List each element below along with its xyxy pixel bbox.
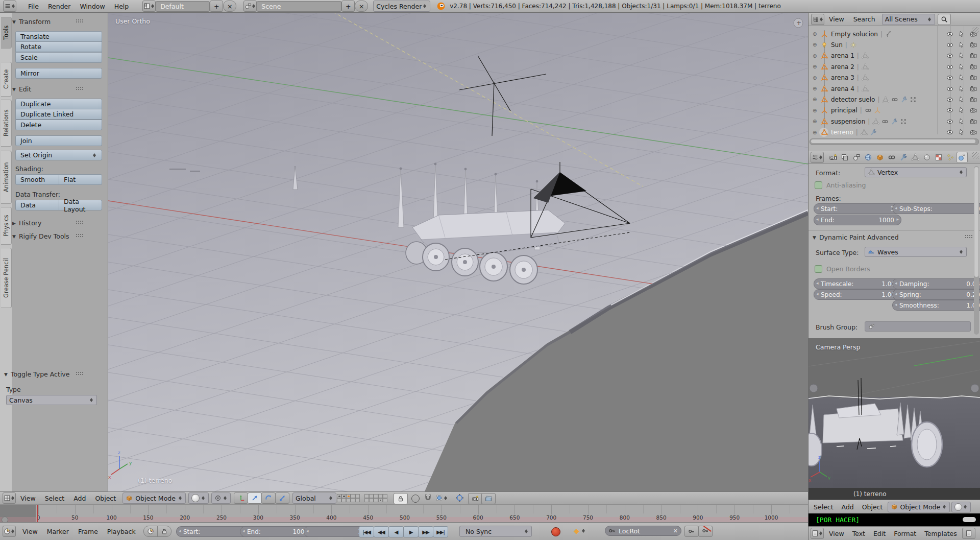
tool-shelf-tab-physics[interactable]: Physics — [1, 207, 12, 245]
properties-tab-physics[interactable] — [957, 152, 968, 163]
layer-cell[interactable] — [374, 494, 378, 498]
checkbox-icon[interactable] — [815, 265, 822, 273]
object-name[interactable]: suspension — [831, 118, 865, 125]
menu-item[interactable]: Text — [848, 527, 869, 540]
current-frame-marker[interactable] — [37, 505, 38, 522]
editor-type-3dview-button[interactable] — [3, 492, 16, 504]
visibility-eye-icon[interactable] — [946, 63, 953, 71]
renderable-camera-icon[interactable] — [970, 107, 977, 114]
screen-layout-icon-button[interactable] — [142, 1, 156, 12]
pivot-center-dropdown[interactable] — [211, 492, 231, 504]
visibility-eye-icon[interactable] — [946, 74, 953, 81]
tool-shelf-tab-tools[interactable]: Tools — [1, 17, 12, 49]
camera-preview-viewport[interactable]: z y x Camera Persp — [808, 338, 980, 488]
layer-cell[interactable] — [378, 494, 383, 498]
delete-button[interactable]: Delete — [15, 120, 102, 130]
outliner-item-terreno[interactable]: ⊕terreno| — [808, 127, 980, 138]
menu-item[interactable]: Object — [90, 492, 120, 504]
dynamic-paint-panel-header[interactable]: ▼ Dynamic Paint Advanced — [813, 233, 899, 241]
decrement-arrow-icon[interactable]: ◂ — [179, 528, 181, 533]
panel-grip-icon[interactable] — [76, 371, 83, 375]
keying-set-field[interactable]: LocRot ✕ — [605, 526, 681, 536]
shade-smooth-button[interactable]: Smooth — [15, 174, 59, 185]
layer-cell[interactable] — [346, 494, 351, 498]
visibility-eye-icon[interactable] — [946, 85, 953, 92]
properties-tab-world[interactable] — [863, 152, 874, 163]
dp-end-field[interactable]: ◂End:1000▸ — [814, 215, 901, 225]
editor-type-outliner-button[interactable] — [811, 14, 824, 25]
menu-item[interactable]: Select — [810, 500, 838, 513]
panel-grip-icon[interactable] — [76, 86, 83, 90]
decrement-arrow-icon[interactable]: ◂ — [306, 528, 309, 533]
menu-item[interactable]: File — [23, 0, 43, 12]
visibility-eye-icon[interactable] — [946, 31, 953, 38]
object-name[interactable]: Sun — [831, 41, 843, 49]
menu-item[interactable]: Select — [40, 492, 69, 504]
translate-manipulator-button[interactable] — [248, 492, 262, 504]
proportional-edit-icon[interactable] — [411, 495, 420, 503]
tool-shelf-tab-relations[interactable]: Relations — [1, 100, 12, 147]
decrement-arrow-icon[interactable]: ◂ — [242, 528, 245, 533]
clear-keyingset-icon[interactable]: ✕ — [673, 528, 678, 534]
text-editor-content[interactable]: [POR HACER] — [816, 516, 860, 524]
data-transfer-data-button[interactable]: Data — [15, 200, 59, 210]
playback-button[interactable]: ▶▶| — [433, 526, 448, 537]
layer-cell[interactable] — [383, 494, 387, 498]
expand-icon[interactable]: ⊕ — [813, 53, 820, 59]
properties-tab-sceneball[interactable] — [851, 152, 862, 163]
playback-button[interactable]: ◀ — [388, 526, 404, 537]
duplicate-button[interactable]: Duplicate — [15, 99, 102, 109]
menu-item[interactable]: View — [824, 13, 849, 26]
editor-type-timeline-button[interactable] — [3, 526, 16, 537]
layers-group-1[interactable] — [337, 494, 360, 502]
timeline-ruler[interactable]: 0501001502002503003504004505005506006507… — [0, 504, 808, 522]
ruler-knob[interactable] — [2, 516, 8, 522]
visibility-eye-icon[interactable] — [946, 52, 953, 59]
lock-to-scene-button[interactable] — [394, 493, 408, 504]
menu-item[interactable]: Templates — [920, 527, 961, 540]
selectable-cursor-icon[interactable] — [958, 118, 965, 125]
transform-panel-header[interactable]: ▼ Transform — [12, 18, 51, 26]
outliner-item-arena-1[interactable]: ⊕arena 1| — [808, 51, 980, 61]
menu-item[interactable]: Playback — [103, 523, 140, 540]
menu-item[interactable]: View — [18, 523, 42, 540]
expand-icon[interactable]: ⊕ — [813, 86, 820, 91]
properties-tab-rendercam[interactable] — [827, 152, 839, 163]
visibility-eye-icon[interactable] — [946, 107, 953, 114]
object-name[interactable]: arena 4 — [831, 85, 854, 92]
layer-cell[interactable] — [337, 498, 341, 502]
expand-region-button[interactable] — [810, 384, 818, 392]
open-borders-checkbox-row[interactable]: Open Borders — [815, 265, 870, 273]
panel-grip-icon[interactable] — [965, 234, 972, 239]
layer-cell[interactable] — [369, 494, 374, 498]
snap-center-button[interactable] — [455, 494, 464, 504]
join-button[interactable]: Join — [15, 135, 102, 146]
layer-cell[interactable] — [369, 498, 374, 502]
layer-cell[interactable] — [364, 498, 369, 502]
renderable-camera-icon[interactable] — [970, 41, 977, 49]
renderable-camera-icon[interactable] — [970, 74, 977, 81]
visibility-eye-icon[interactable] — [946, 41, 953, 49]
visibility-eye-icon[interactable] — [946, 96, 953, 103]
selectable-cursor-icon[interactable] — [958, 107, 965, 114]
props-vscrollbar-thumb[interactable] — [974, 167, 978, 277]
duplicate-linked-button[interactable]: Duplicate Linked — [15, 109, 102, 120]
speed-field[interactable]: ◂Speed:1.00▸ — [814, 289, 902, 300]
panel-grip-icon[interactable] — [76, 220, 83, 224]
selectable-cursor-icon[interactable] — [958, 63, 965, 71]
corner-resize-grip[interactable] — [972, 27, 979, 34]
opengl-render-anim-button[interactable] — [481, 493, 496, 504]
expand-icon[interactable]: ⊕ — [813, 31, 820, 37]
object-name[interactable]: detector suelo — [831, 96, 875, 103]
selectable-cursor-icon[interactable] — [958, 74, 965, 81]
edit-panel-header[interactable]: ▼ Edit — [12, 85, 31, 93]
menu-item[interactable]: Format — [890, 527, 920, 540]
editor-type-info-button[interactable] — [3, 1, 16, 12]
playback-button[interactable]: ◀◀ — [374, 526, 389, 537]
outliner-item-empty-solucion[interactable]: ⊕Empty solucion| — [808, 29, 980, 39]
expand-icon[interactable]: ⊕ — [813, 97, 820, 102]
outliner-item-suspension[interactable]: ⊕suspension| — [808, 116, 980, 127]
layer-cell[interactable] — [355, 498, 360, 502]
outliner-item-principal[interactable]: ⊕principal| — [808, 105, 980, 116]
visibility-eye-icon[interactable] — [946, 118, 953, 125]
